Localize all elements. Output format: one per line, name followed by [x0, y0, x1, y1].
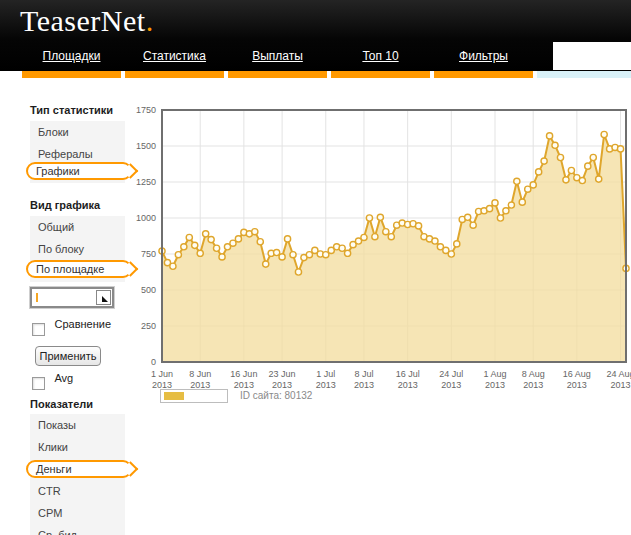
avg-row: Avg	[32, 374, 73, 388]
tab-top10[interactable]: Топ 10	[329, 46, 432, 62]
tab-vyplaty[interactable]: Выплаты	[226, 46, 329, 62]
svg-text:1250: 1250	[136, 177, 156, 187]
header-blue-strip	[537, 71, 631, 78]
svg-text:0: 0	[151, 357, 156, 367]
traffic-area-chart: 025050075010001250150017501 Jun20138 Jun…	[130, 104, 631, 404]
series-color-swatch-icon	[164, 392, 184, 400]
svg-text:2013: 2013	[234, 380, 254, 390]
svg-text:2013: 2013	[567, 380, 587, 390]
svg-text:16 Aug: 16 Aug	[563, 369, 591, 379]
sidebar-item-ctr[interactable]: CTR	[30, 480, 125, 502]
avg-label: Avg	[54, 372, 73, 384]
svg-text:24 Aug: 24 Aug	[607, 369, 631, 379]
sidebar-item-pokazy[interactable]: Показы	[30, 414, 125, 436]
stat-type-panel: Блоки Рефералы Графики	[30, 121, 125, 183]
dropdown-arrow-icon[interactable]	[96, 290, 111, 305]
compare-row: Сравнение	[32, 320, 111, 334]
sidebar-item-grafiki[interactable]: Графики	[26, 162, 132, 180]
logo-text: TeaserNet	[20, 4, 146, 37]
svg-text:2013: 2013	[272, 380, 292, 390]
svg-text:1500: 1500	[136, 141, 156, 151]
svg-text:8 Jun: 8 Jun	[189, 369, 211, 379]
svg-text:750: 750	[141, 249, 156, 259]
svg-text:23 Jun: 23 Jun	[269, 369, 296, 379]
sidebar-item-dengi[interactable]: Деньги	[26, 460, 132, 478]
tab-statistika-link[interactable]: Статистика	[143, 49, 206, 63]
metrics-heading: Показатели	[30, 398, 93, 410]
svg-text:1 Jun: 1 Jun	[151, 369, 173, 379]
sidebar-item-cpm[interactable]: CPM	[30, 502, 125, 524]
logo-dot: .	[146, 4, 154, 37]
svg-text:24 Jul: 24 Jul	[439, 369, 463, 379]
svg-text:1 Jul: 1 Jul	[316, 369, 335, 379]
compare-checkbox[interactable]	[32, 323, 45, 336]
svg-text:1750: 1750	[136, 105, 156, 115]
svg-text:1000: 1000	[136, 213, 156, 223]
svg-text:2013: 2013	[316, 380, 336, 390]
svg-text:16 Jun: 16 Jun	[230, 369, 257, 379]
logo[interactable]: TeaserNet.	[20, 4, 154, 38]
compare-label: Сравнение	[54, 318, 111, 330]
svg-text:2013: 2013	[354, 380, 374, 390]
avg-checkbox[interactable]	[32, 377, 45, 390]
stat-type-heading: Тип статистики	[30, 104, 113, 116]
teasernet-statistics-page: TeaserNet. Площадки Статистика Выплаты Т…	[0, 0, 631, 535]
svg-text:2013: 2013	[441, 380, 461, 390]
sidebar-item-po-ploshadke[interactable]: По площадке	[26, 260, 132, 278]
header: TeaserNet. Площадки Статистика Выплаты Т…	[0, 0, 631, 71]
legend-label: ID сайта: 80132	[240, 390, 312, 401]
tab-filtry[interactable]: Фильтры	[432, 46, 535, 62]
svg-text:2013: 2013	[523, 380, 543, 390]
sidebar-item-bloki[interactable]: Блоки	[30, 121, 125, 143]
chart-view-panel: Общий По блоку По площадке	[30, 216, 125, 282]
sidebar-item-kliki[interactable]: Клики	[30, 436, 125, 458]
sidebar-item-obshiy[interactable]: Общий	[30, 216, 125, 238]
sidebar-item-po-bloku[interactable]: По блоку	[30, 238, 125, 260]
chart-view-heading: Вид графика	[30, 199, 100, 211]
svg-text:250: 250	[141, 321, 156, 331]
svg-text:2013: 2013	[398, 380, 418, 390]
svg-text:1 Aug: 1 Aug	[483, 369, 506, 379]
text-cursor-icon	[36, 293, 38, 302]
tab-statistika[interactable]: Статистика	[123, 46, 226, 62]
sidebar-item-sr-bid[interactable]: Ср. бид	[30, 524, 125, 535]
svg-text:2013: 2013	[611, 380, 631, 390]
legend-swatch-box	[160, 389, 228, 403]
tab-ploshadki-link[interactable]: Площадки	[43, 49, 101, 63]
svg-text:2013: 2013	[485, 380, 505, 390]
svg-text:8 Aug: 8 Aug	[522, 369, 545, 379]
svg-text:500: 500	[141, 285, 156, 295]
tab-vyplaty-link[interactable]: Выплаты	[252, 49, 303, 63]
svg-text:8 Jul: 8 Jul	[354, 369, 373, 379]
svg-text:16 Jul: 16 Jul	[396, 369, 420, 379]
metrics-panel: Показы Клики Деньги CTR CPM Ср. бид	[30, 414, 125, 535]
header-white-panel	[553, 42, 631, 70]
tab-ploshadki[interactable]: Площадки	[20, 46, 123, 62]
tab-filtry-link[interactable]: Фильтры	[459, 49, 508, 63]
site-select[interactable]	[30, 287, 114, 308]
tab-top10-link[interactable]: Топ 10	[362, 49, 398, 63]
apply-button[interactable]: Применить	[35, 346, 101, 366]
